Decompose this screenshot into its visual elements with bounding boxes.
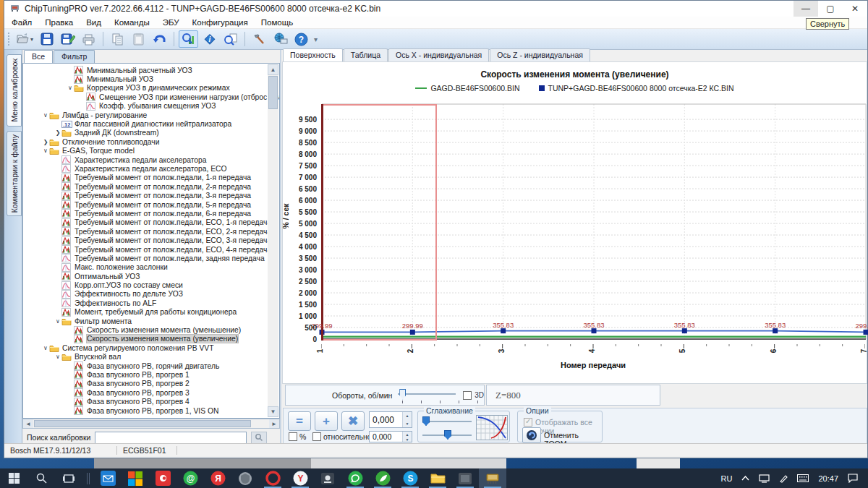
tree-item[interactable]: Минимальный УОЗ	[25, 74, 267, 83]
smoothing-slider-2[interactable]	[422, 430, 472, 440]
tree-item[interactable]: Фаза впускного РВ, прогрев 1, VIS ON	[25, 406, 267, 415]
tree-tab-Все[interactable]: Все	[24, 50, 53, 63]
tree-item[interactable]: Требуемый момент от полож.педали, 1-я пе…	[25, 174, 267, 182]
spinner-down-icon[interactable]: ▼	[403, 420, 412, 428]
tree-item[interactable]: Характеристика педали акселератора	[25, 155, 267, 164]
yandex-icon[interactable]: Я	[204, 468, 231, 488]
tree-item[interactable]: Характеристика педали акселератора, ECO	[25, 164, 267, 173]
view-tab-Поверхность[interactable]: Поверхность	[283, 48, 343, 61]
rpm-slider[interactable]	[398, 388, 456, 403]
tree-item[interactable]: Скорость изменения момента (уменьшение)	[25, 325, 267, 334]
view-tab-Ось Z - индивидуальная[interactable]: Ось Z - индивидуальная	[490, 48, 590, 61]
skype-icon[interactable]: S	[396, 468, 424, 488]
slider-thumb[interactable]	[444, 430, 451, 440]
menu-правка[interactable]: Правка	[45, 18, 73, 27]
scroll-right-icon[interactable]: ►	[269, 419, 279, 428]
toolbar-overflow-icon[interactable]: ▾	[314, 35, 318, 43]
checkbox-percent[interactable]	[289, 432, 297, 441]
tray-expand-icon[interactable]	[741, 476, 749, 481]
tree-item[interactable]: Момент, требуемый для работы кондиционер…	[25, 308, 267, 317]
store-icon[interactable]	[122, 468, 149, 488]
menu-конфигурация[interactable]: Конфигурация	[192, 18, 248, 27]
search-button[interactable]	[251, 432, 267, 444]
scroll-up-icon[interactable]: ▲	[268, 64, 278, 75]
tree-item[interactable]: Фаза впускного РВ, прогрев 3	[25, 388, 267, 397]
set-value-button[interactable]: =	[288, 411, 311, 431]
relative-spinner[interactable]: 0,000 ▲▼	[369, 431, 412, 442]
undo-icon[interactable]	[150, 30, 169, 48]
whatsapp-icon[interactable]	[341, 468, 369, 488]
tree-tab-Фильтр[interactable]: Фильтр	[54, 50, 95, 63]
tree-item[interactable]: Эффективность по ALF	[25, 299, 267, 307]
chart-plot-area[interactable]: 299.99299.99355.83355.83355.83355.83299.…	[321, 104, 865, 339]
save-as-icon[interactable]	[58, 30, 77, 48]
menu-эбу[interactable]: ЭБУ	[163, 18, 179, 27]
checkbox-relative[interactable]	[312, 432, 321, 441]
tree-item[interactable]: ∨E-GAS, Torque model	[25, 147, 267, 155]
notification-icon[interactable]	[848, 474, 858, 483]
dark-app-icon[interactable]	[451, 468, 479, 488]
side-tab-file-comments[interactable]: Комментарии к файлу	[7, 131, 22, 216]
slider-thumb[interactable]	[399, 389, 406, 400]
expander-icon[interactable]: ∨	[42, 345, 49, 351]
tree-item[interactable]: ∨Система регулируемого положения РВ VVT	[25, 343, 267, 352]
view-tab-Таблица[interactable]: Таблица	[344, 48, 388, 61]
tree-item[interactable]: Требуемый момент от полож.педали, 5-я пе…	[25, 200, 267, 209]
tree-item[interactable]: Фаза впускного РВ, горячий двигатель	[25, 361, 267, 370]
spinner-up-icon[interactable]: ▲	[403, 412, 412, 420]
side-tab-calibration-menu[interactable]: Меню калибровок	[7, 54, 22, 127]
tree-item[interactable]: Требуемый момент от полож.педали, ECO, 4…	[25, 245, 267, 254]
card-app-icon[interactable]	[314, 468, 341, 488]
yandex-browser-icon[interactable]: Y	[286, 468, 314, 488]
menu-команды[interactable]: Команды	[114, 18, 150, 27]
tree-item[interactable]: Фаза впускного РВ, прогрев 1	[25, 370, 267, 379]
tree-item[interactable]: Требуемый момент от полож.педали, 6-я пе…	[25, 209, 267, 218]
search-input[interactable]	[95, 432, 247, 444]
tree-item[interactable]: ∨Фильтр момента	[25, 317, 267, 325]
expander-icon[interactable]: ∨	[67, 85, 74, 91]
network-display-icon[interactable]	[759, 474, 770, 483]
tree-item[interactable]: ∨Коррекция УОЗ в динамических режимах	[25, 84, 267, 93]
tree-item[interactable]: Фаза впускного РВ, прогрев 2	[25, 380, 267, 388]
expander-icon[interactable]: ∨	[54, 318, 61, 325]
tree-item[interactable]: Требуемый момент от полож.педали, ECO, 2…	[25, 227, 267, 236]
calibration-view-icon[interactable]	[179, 30, 198, 48]
tree-horizontal-scrollbar[interactable]: ◄ ►	[22, 419, 280, 429]
scrollbar-thumb[interactable]	[34, 420, 251, 427]
pen-icon[interactable]	[779, 474, 788, 483]
tree-item[interactable]: Скорость изменения момента (увеличение)	[25, 335, 267, 343]
maximize-button[interactable]: ▢	[818, 1, 843, 17]
tree-vertical-scrollbar[interactable]: ▲ ▼	[268, 64, 278, 417]
tree-item[interactable]: Требуемый момент от полож.педали, ECO, 3…	[25, 236, 267, 244]
cancel-zoom-button[interactable]	[522, 427, 541, 443]
tree-item[interactable]: Коэфф. убывания смещения УОЗ	[25, 102, 267, 111]
slider-thumb[interactable]	[422, 416, 430, 426]
task-view-button[interactable]	[55, 468, 82, 488]
info-diamond-icon[interactable]: i	[200, 30, 219, 48]
gray-app-icon[interactable]	[231, 468, 259, 488]
tree-item[interactable]: Требуемый момент от полож.педали, 3-я пе…	[25, 191, 267, 200]
tree-item[interactable]: Требуемый момент от полож.педали, ECO, 1…	[25, 218, 267, 227]
open-file-icon[interactable]: ▾	[16, 30, 35, 48]
menu-помощь[interactable]: Помощь	[261, 18, 293, 27]
start-button[interactable]	[0, 468, 27, 488]
tree-item[interactable]: ∨Впускной вал	[25, 353, 267, 361]
tree-item[interactable]: Эффективность по дельте УОЗ	[25, 290, 267, 299]
copy-icon[interactable]	[108, 30, 127, 48]
tree-item[interactable]: ❯Отключение топливоподачи	[25, 137, 267, 146]
explorer-icon[interactable]	[424, 468, 451, 488]
panel-divider[interactable]	[280, 50, 281, 443]
mailru-agent-icon[interactable]: @	[176, 468, 204, 488]
tree-item[interactable]: Требуемый момент от полож.педали, 2-я пе…	[25, 182, 267, 191]
expander-icon[interactable]: ❯	[54, 129, 61, 136]
minimize-button[interactable]: —	[793, 1, 818, 17]
save-icon[interactable]	[37, 30, 56, 48]
tools-icon[interactable]	[250, 30, 269, 48]
title-bar[interactable]: ChipTuningPRO ver.7.2022.66.4112 - TUNP+…	[4, 1, 867, 17]
checkbox-show-all-points[interactable]	[524, 418, 532, 427]
add-value-button[interactable]: +	[315, 411, 338, 431]
clock[interactable]: 20:47	[818, 474, 838, 483]
menu-файл[interactable]: Файл	[12, 18, 32, 27]
internet-update-icon[interactable]	[271, 30, 290, 48]
tree-item[interactable]: Фаза впускного РВ, прогрев 4	[25, 397, 267, 406]
